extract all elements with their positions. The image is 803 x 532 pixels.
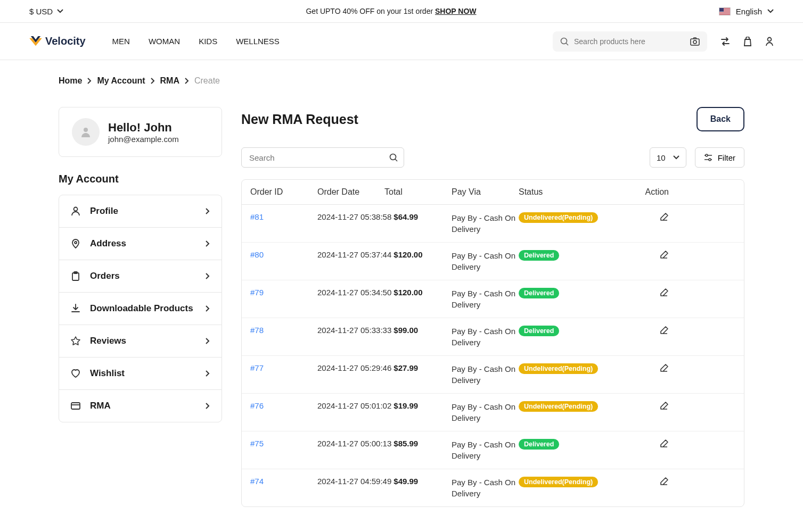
avatar-icon xyxy=(79,126,92,138)
cart-icon[interactable] xyxy=(743,37,752,46)
pay-via: Pay By - Cash On Delivery xyxy=(452,363,519,386)
svg-rect-7 xyxy=(72,273,79,280)
search-box[interactable] xyxy=(553,31,707,52)
order-id-link[interactable]: #79 xyxy=(250,288,264,297)
sidebar-item-label: Downloadable Products xyxy=(90,303,196,314)
sidebar-item-rma[interactable]: RMA xyxy=(59,390,222,422)
back-button[interactable]: Back xyxy=(697,107,744,131)
search-input[interactable] xyxy=(569,37,690,46)
star-icon xyxy=(71,336,80,346)
sidebar-item-label: Orders xyxy=(90,271,196,281)
search-icon xyxy=(560,37,569,46)
user-card: Hello! John john@example.com xyxy=(59,107,222,157)
table-search-wrap xyxy=(241,147,404,168)
controls-row: 10 Filter xyxy=(241,147,744,168)
sidebar-item-reviews[interactable]: Reviews xyxy=(59,325,222,358)
sidebar: Hello! John john@example.com My Account … xyxy=(59,107,222,507)
order-total: $49.99 xyxy=(394,477,418,486)
breadcrumb: Home My Account RMA Create xyxy=(0,60,803,86)
order-total: $85.99 xyxy=(394,439,418,448)
edit-icon[interactable] xyxy=(659,401,669,411)
chevron-right-icon xyxy=(206,305,210,312)
col-status: Status xyxy=(519,187,628,197)
svg-point-2 xyxy=(693,40,697,44)
nav-link-wellness[interactable]: WELLNESS xyxy=(236,37,280,46)
camera-icon[interactable] xyxy=(690,37,700,46)
col-order-id: Order ID xyxy=(250,187,317,197)
breadcrumb-home[interactable]: Home xyxy=(59,76,82,86)
pay-via: Pay By - Cash On Delivery xyxy=(452,401,519,423)
pin-icon xyxy=(71,239,80,248)
chevron-right-icon xyxy=(206,240,210,247)
sidebar-item-profile[interactable]: Profile xyxy=(59,195,222,228)
table-row: #76 2024-11-27 05:01:02 $19.99 Pay By - … xyxy=(242,394,744,431)
main-header: Velocity MEN WOMAN KIDS WELLNESS xyxy=(0,23,803,60)
table-search-input[interactable] xyxy=(241,147,404,168)
shop-now-link[interactable]: SHOP NOW xyxy=(435,7,477,15)
main-content: New RMA Request Back 10 Filter Order xyxy=(241,107,744,507)
currency-selector[interactable]: $ USD xyxy=(29,7,63,16)
status-badge: Delivered xyxy=(519,250,559,261)
sidebar-item-label: Address xyxy=(90,238,196,249)
breadcrumb-account[interactable]: My Account xyxy=(97,76,145,86)
clipboard-icon xyxy=(71,271,80,281)
filter-button[interactable]: Filter xyxy=(695,147,744,168)
top-bar: $ USD Get UPTO 40% OFF on your 1st order… xyxy=(0,0,803,23)
nav-link-kids[interactable]: KIDS xyxy=(199,37,217,46)
order-total: $99.00 xyxy=(394,326,418,335)
table-row: #78 2024-11-27 05:33:33 $99.00 Pay By - … xyxy=(242,318,744,356)
order-id-link[interactable]: #76 xyxy=(250,401,264,410)
logo[interactable]: Velocity xyxy=(29,35,86,47)
nav-link-woman[interactable]: WOMAN xyxy=(149,37,180,46)
compare-icon[interactable] xyxy=(720,37,730,46)
svg-point-6 xyxy=(75,242,77,244)
language-selector[interactable]: English xyxy=(719,7,774,16)
avatar xyxy=(72,118,100,146)
order-date: 2024-11-27 05:37:44 xyxy=(317,250,391,259)
order-id-link[interactable]: #81 xyxy=(250,212,264,221)
main-header-row: New RMA Request Back xyxy=(241,107,744,131)
order-date: 2024-11-27 05:01:02 xyxy=(317,401,391,410)
nav-link-men[interactable]: MEN xyxy=(112,37,130,46)
filter-label: Filter xyxy=(718,153,735,162)
page-size-value: 10 xyxy=(657,153,666,162)
pay-via: Pay By - Cash On Delivery xyxy=(452,212,519,235)
sidebar-item-wishlist[interactable]: Wishlist xyxy=(59,358,222,390)
chevron-right-icon xyxy=(206,208,210,214)
sidebar-item-address[interactable]: Address xyxy=(59,228,222,260)
edit-icon[interactable] xyxy=(659,363,669,373)
sidebar-menu: Profile Address Orders Downloadable Prod… xyxy=(59,195,222,422)
sidebar-item-downloadable-products[interactable]: Downloadable Products xyxy=(59,293,222,325)
sidebar-item-label: Reviews xyxy=(90,336,196,346)
order-id-link[interactable]: #74 xyxy=(250,477,264,486)
promo-prefix: Get UPTO 40% OFF on your 1st order xyxy=(306,7,435,15)
order-id-link[interactable]: #78 xyxy=(250,326,264,335)
table-row: #75 2024-11-27 05:00:13 $85.99 Pay By - … xyxy=(242,431,744,469)
edit-icon[interactable] xyxy=(659,326,669,335)
status-badge: Undelivered(Pending) xyxy=(519,212,598,223)
card-icon xyxy=(71,401,80,411)
page-size-select[interactable]: 10 xyxy=(650,147,686,168)
order-id-link[interactable]: #75 xyxy=(250,439,264,448)
edit-icon[interactable] xyxy=(659,288,669,297)
order-date: 2024-11-27 05:38:58 xyxy=(317,212,391,221)
breadcrumb-create: Create xyxy=(194,76,220,86)
user-icon[interactable] xyxy=(765,37,774,46)
edit-icon[interactable] xyxy=(659,250,669,260)
chevron-right-icon xyxy=(185,78,189,84)
status-badge: Undelivered(Pending) xyxy=(519,477,598,487)
order-id-link[interactable]: #80 xyxy=(250,250,264,259)
breadcrumb-rma[interactable]: RMA xyxy=(160,76,179,86)
edit-icon[interactable] xyxy=(659,212,669,222)
sidebar-item-orders[interactable]: Orders xyxy=(59,260,222,293)
status-badge: Undelivered(Pending) xyxy=(519,401,598,412)
chevron-right-icon xyxy=(206,273,210,279)
pay-via: Pay By - Cash On Delivery xyxy=(452,326,519,348)
search-icon xyxy=(389,153,398,162)
order-date: 2024-11-27 05:33:33 xyxy=(317,326,391,335)
edit-icon[interactable] xyxy=(659,439,669,448)
edit-icon[interactable] xyxy=(659,477,669,486)
order-id-link[interactable]: #77 xyxy=(250,363,264,372)
filter-icon xyxy=(704,154,712,161)
col-action: Action xyxy=(628,187,669,197)
